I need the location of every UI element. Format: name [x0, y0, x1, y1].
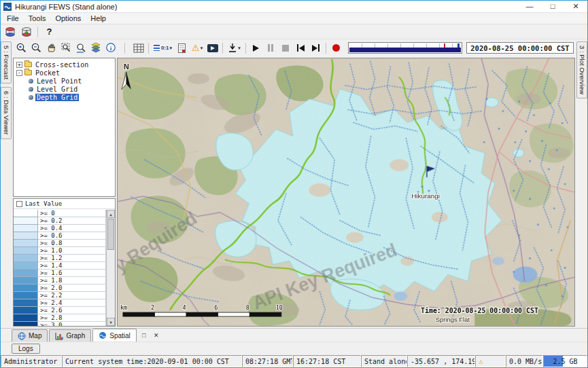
map-view[interactable]: API Key Required API Key Required N km 2… — [117, 58, 575, 327]
collapse-icon[interactable]: - — [16, 70, 22, 76]
status-warning-cell[interactable]: ⚠ — [475, 355, 506, 367]
play-button[interactable] — [249, 41, 263, 55]
tab-spatial[interactable]: Spatial — [92, 329, 137, 342]
status-mode: Stand alone — [361, 355, 407, 367]
pan-hand-icon[interactable] — [44, 41, 58, 55]
legend-swatch — [14, 314, 38, 322]
tree-item-level-point[interactable]: Level Point — [15, 77, 114, 85]
last-value-checkbox[interactable] — [16, 201, 22, 207]
left-panel: + Cross-section - Pocket Level Point — [13, 58, 116, 327]
tree-item-pocket[interactable]: - Pocket — [15, 69, 114, 77]
panels: + Cross-section - Pocket Level Point — [12, 56, 576, 328]
time-slider-bar — [349, 48, 461, 52]
database-export-icon[interactable] — [3, 25, 17, 39]
float-panel-icon[interactable]: □ — [139, 331, 149, 340]
legend-swatch — [14, 270, 38, 277]
zoom-out-icon[interactable] — [29, 41, 44, 55]
tree-item-cross-section[interactable]: + Cross-section — [15, 60, 114, 69]
record-button[interactable] — [329, 41, 343, 55]
time-slider[interactable] — [348, 42, 462, 54]
map-toolbar: i 0:1 ▾ ⚠ — [12, 39, 576, 56]
status-bar: Administrator Current system time:2020-0… — [1, 355, 587, 367]
svg-text:2: 2 — [151, 304, 154, 311]
toolbar-separator — [148, 43, 149, 54]
legend-row: >= 0 — [14, 210, 106, 217]
scrollbar-thumb[interactable] — [107, 219, 114, 250]
menu-file[interactable]: File — [2, 14, 24, 22]
current-datetime[interactable]: 2020-08-25 00:00:00 CST — [466, 42, 574, 54]
map-canvas[interactable]: API Key Required API Key Required N km 2… — [118, 58, 574, 326]
bottom-tab-bar: Map Graph Spatial □ ✕ — [1, 328, 587, 342]
main-toolbar: ? — [1, 24, 587, 39]
menu-help[interactable]: Help — [86, 14, 111, 22]
legend-header: Last Value — [14, 199, 115, 209]
scale-ratio-dropdown[interactable]: 0:1 ▾ — [152, 41, 174, 55]
legend-row: >= 2.4 — [14, 299, 106, 307]
tree-item-level-grid[interactable]: Level Grid — [15, 85, 114, 93]
tree-item-depth-grid[interactable]: Depth Grid — [15, 93, 114, 101]
legend-row: >= 2.0 — [14, 284, 106, 292]
skip-to-end-button[interactable] — [309, 41, 323, 55]
layer-node-icon — [29, 87, 33, 92]
zoom-in-icon[interactable] — [14, 41, 29, 55]
toolbar-separator — [124, 43, 125, 54]
tab-graph[interactable]: Graph — [49, 329, 91, 342]
toolbar-separator — [326, 43, 326, 54]
status-system-time: Current system time:2020-09-01 00:00 CST — [62, 355, 242, 367]
legend-panel: Last Value >= 0 >= 0.2 >= 0.4 >= 0.6 >= … — [13, 198, 116, 327]
tab-forecast[interactable]: 5 : Forecast — [1, 41, 12, 84]
warning-icon: ⚠ — [479, 357, 483, 366]
tab-data-viewer[interactable]: 6 : Data Viewer — [1, 87, 12, 139]
menu-bar: File Tools Options Help — [1, 13, 587, 24]
import-dropdown[interactable]: ▾ — [226, 41, 243, 55]
animation-icon[interactable] — [205, 41, 220, 55]
skip-to-start-button[interactable] — [294, 41, 308, 55]
legend-row: >= 0.8 — [14, 240, 106, 247]
tab-map[interactable]: Map — [12, 329, 48, 342]
window-title: Hikurangi FEWS (Stand alone) — [15, 3, 117, 11]
svg-text:4: 4 — [183, 304, 186, 311]
zoom-extent-icon[interactable] — [74, 41, 88, 55]
layers-icon[interactable] — [89, 41, 103, 55]
close-panel-icon[interactable]: ✕ — [152, 331, 161, 340]
legend-scrollbar[interactable]: ▲ ▼ — [106, 210, 115, 326]
left-tab-strip: 5 : Forecast 6 : Data Viewer — [1, 39, 12, 328]
app-icon — [3, 3, 12, 11]
scroll-down-icon[interactable]: ▼ — [107, 318, 115, 326]
globe-icon — [18, 332, 26, 340]
download-icon — [228, 43, 237, 53]
menu-tools[interactable]: Tools — [24, 14, 51, 22]
logs-button[interactable]: Logs — [12, 344, 40, 354]
layer-node-icon — [29, 95, 33, 100]
legend-row: >= 1.4 — [14, 262, 106, 270]
grid-display-icon[interactable] — [131, 41, 145, 55]
status-user: Administrator — [1, 355, 62, 367]
warning-dropdown[interactable]: ⚠ ▾ — [190, 41, 205, 55]
status-memory[interactable]: 2.5 GB — [543, 355, 587, 367]
menu-options[interactable]: Options — [50, 14, 86, 22]
expand-icon[interactable]: + — [16, 62, 22, 68]
legend-swatch — [14, 292, 38, 299]
info-icon[interactable]: i — [104, 41, 118, 55]
pause-button[interactable] — [264, 41, 278, 55]
ratio-icon — [154, 45, 160, 51]
tab-plot-overview[interactable]: 3 : Plot Overview — [576, 41, 587, 98]
status-gmt-time: 08:27:18 GMT — [242, 355, 293, 367]
chart-icon — [55, 332, 63, 340]
legend-row: >= 1.6 — [14, 270, 106, 277]
minimize-icon[interactable]: — — [518, 1, 541, 12]
stop-button[interactable] — [279, 41, 293, 55]
database-import-icon[interactable] — [19, 25, 33, 39]
legend-swatch — [14, 277, 38, 284]
playback-group: 0:1 ▾ ⚠ ▾ ▾ — [131, 41, 343, 55]
close-icon[interactable]: ✕ — [564, 1, 587, 12]
scroll-up-icon[interactable]: ▲ — [107, 210, 115, 218]
legend-row: >= 2.8 — [14, 314, 106, 322]
legend-swatch — [14, 247, 38, 255]
help-icon[interactable]: ? — [42, 25, 56, 39]
folder-icon — [24, 62, 32, 67]
document-icon[interactable] — [175, 41, 189, 55]
maximize-icon[interactable]: □ — [541, 1, 564, 12]
zoom-region-icon[interactable] — [59, 41, 73, 55]
toolbar-separator — [245, 43, 246, 54]
